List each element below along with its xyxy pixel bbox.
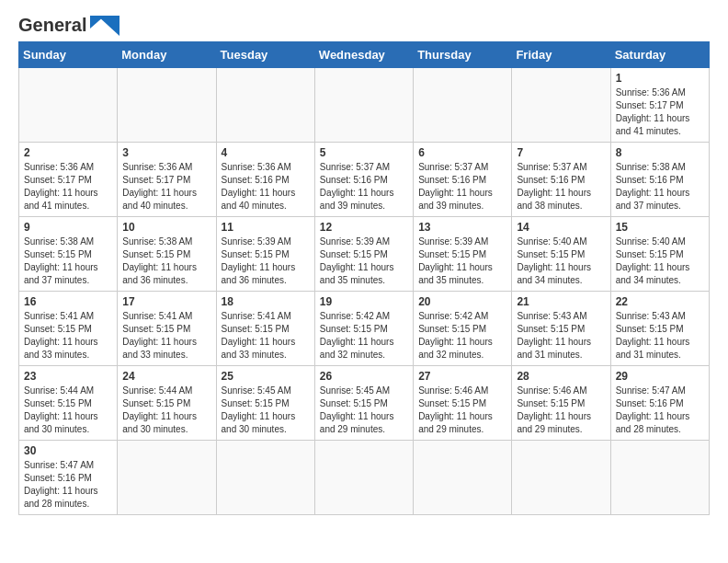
day-number: 7 <box>517 146 605 159</box>
calendar-cell: 28Sunrise: 5:46 AM Sunset: 5:15 PM Dayli… <box>512 366 610 441</box>
day-number: 16 <box>24 295 112 308</box>
day-info: Sunrise: 5:44 AM Sunset: 5:15 PM Dayligh… <box>24 385 112 436</box>
calendar-cell: 21Sunrise: 5:43 AM Sunset: 5:15 PM Dayli… <box>512 292 610 366</box>
calendar-cell: 20Sunrise: 5:42 AM Sunset: 5:15 PM Dayli… <box>414 292 512 366</box>
day-info: Sunrise: 5:39 AM Sunset: 5:15 PM Dayligh… <box>222 236 310 287</box>
calendar-cell: 23Sunrise: 5:44 AM Sunset: 5:15 PM Dayli… <box>19 366 118 441</box>
logo: General <box>18 15 119 32</box>
weekday-header-sunday: Sunday <box>19 42 118 68</box>
calendar-cell: 5Sunrise: 5:37 AM Sunset: 5:16 PM Daylig… <box>314 143 413 217</box>
day-number: 28 <box>517 370 605 383</box>
calendar-cell <box>512 68 610 143</box>
day-info: Sunrise: 5:46 AM Sunset: 5:15 PM Dayligh… <box>517 385 605 436</box>
day-info: Sunrise: 5:37 AM Sunset: 5:16 PM Dayligh… <box>517 161 605 213</box>
day-number: 26 <box>320 370 408 383</box>
calendar-cell: 22Sunrise: 5:43 AM Sunset: 5:15 PM Dayli… <box>610 292 709 366</box>
day-number: 25 <box>222 370 310 383</box>
weekday-header-row: SundayMondayTuesdayWednesdayThursdayFrid… <box>19 42 710 68</box>
calendar-cell: 18Sunrise: 5:41 AM Sunset: 5:15 PM Dayli… <box>216 292 314 366</box>
calendar-cell: 4Sunrise: 5:36 AM Sunset: 5:16 PM Daylig… <box>216 143 314 217</box>
calendar-cell <box>610 441 709 515</box>
weekday-header-wednesday: Wednesday <box>314 42 413 68</box>
day-number: 1 <box>616 72 704 85</box>
calendar-cell: 26Sunrise: 5:45 AM Sunset: 5:15 PM Dayli… <box>314 366 413 441</box>
day-info: Sunrise: 5:42 AM Sunset: 5:15 PM Dayligh… <box>320 310 408 362</box>
day-info: Sunrise: 5:47 AM Sunset: 5:16 PM Dayligh… <box>24 459 112 511</box>
day-info: Sunrise: 5:41 AM Sunset: 5:15 PM Dayligh… <box>222 310 310 362</box>
day-info: Sunrise: 5:37 AM Sunset: 5:16 PM Dayligh… <box>418 161 506 213</box>
calendar-cell: 14Sunrise: 5:40 AM Sunset: 5:15 PM Dayli… <box>512 217 610 292</box>
calendar-cell: 12Sunrise: 5:39 AM Sunset: 5:15 PM Dayli… <box>314 217 413 292</box>
calendar-cell <box>118 68 216 143</box>
weekday-header-tuesday: Tuesday <box>216 42 314 68</box>
page-header: General <box>18 15 710 32</box>
day-number: 29 <box>616 370 704 383</box>
day-info: Sunrise: 5:40 AM Sunset: 5:15 PM Dayligh… <box>517 236 605 287</box>
calendar-cell <box>414 68 512 143</box>
calendar-cell <box>314 441 413 515</box>
calendar-week-row: 23Sunrise: 5:44 AM Sunset: 5:15 PM Dayli… <box>19 366 710 441</box>
calendar-cell: 27Sunrise: 5:46 AM Sunset: 5:15 PM Dayli… <box>414 366 512 441</box>
day-number: 17 <box>122 295 210 308</box>
calendar-cell <box>118 441 216 515</box>
day-info: Sunrise: 5:38 AM Sunset: 5:15 PM Dayligh… <box>122 236 210 287</box>
logo-blue-icon <box>90 16 119 36</box>
calendar-cell: 11Sunrise: 5:39 AM Sunset: 5:15 PM Dayli… <box>216 217 314 292</box>
calendar-week-row: 1Sunrise: 5:36 AM Sunset: 5:17 PM Daylig… <box>19 68 710 143</box>
day-info: Sunrise: 5:38 AM Sunset: 5:15 PM Dayligh… <box>24 236 112 287</box>
day-number: 22 <box>616 295 704 308</box>
day-info: Sunrise: 5:36 AM Sunset: 5:17 PM Dayligh… <box>122 161 210 213</box>
calendar-cell: 15Sunrise: 5:40 AM Sunset: 5:15 PM Dayli… <box>610 217 709 292</box>
calendar-cell <box>216 441 314 515</box>
calendar-cell: 17Sunrise: 5:41 AM Sunset: 5:15 PM Dayli… <box>118 292 216 366</box>
day-number: 24 <box>122 370 210 383</box>
day-number: 19 <box>320 295 408 308</box>
logo-general-text: General <box>18 15 86 36</box>
day-number: 21 <box>517 295 605 308</box>
day-info: Sunrise: 5:37 AM Sunset: 5:16 PM Dayligh… <box>320 161 408 213</box>
weekday-header-friday: Friday <box>512 42 610 68</box>
day-number: 23 <box>24 370 112 383</box>
calendar-cell: 6Sunrise: 5:37 AM Sunset: 5:16 PM Daylig… <box>414 143 512 217</box>
weekday-header-monday: Monday <box>118 42 216 68</box>
calendar-cell <box>19 68 118 143</box>
day-number: 18 <box>222 295 310 308</box>
day-info: Sunrise: 5:41 AM Sunset: 5:15 PM Dayligh… <box>122 310 210 362</box>
day-number: 20 <box>418 295 506 308</box>
calendar-cell <box>314 68 413 143</box>
day-info: Sunrise: 5:45 AM Sunset: 5:15 PM Dayligh… <box>222 385 310 436</box>
calendar-table: SundayMondayTuesdayWednesdayThursdayFrid… <box>18 41 710 515</box>
calendar-cell: 1Sunrise: 5:36 AM Sunset: 5:17 PM Daylig… <box>610 68 709 143</box>
calendar-cell: 13Sunrise: 5:39 AM Sunset: 5:15 PM Dayli… <box>414 217 512 292</box>
day-info: Sunrise: 5:40 AM Sunset: 5:15 PM Dayligh… <box>616 236 704 287</box>
day-number: 4 <box>222 146 310 159</box>
calendar-cell: 2Sunrise: 5:36 AM Sunset: 5:17 PM Daylig… <box>19 143 118 217</box>
svg-marker-1 <box>90 16 105 29</box>
weekday-header-saturday: Saturday <box>610 42 709 68</box>
calendar-cell <box>512 441 610 515</box>
calendar-cell: 10Sunrise: 5:38 AM Sunset: 5:15 PM Dayli… <box>118 217 216 292</box>
calendar-cell: 7Sunrise: 5:37 AM Sunset: 5:16 PM Daylig… <box>512 143 610 217</box>
calendar-cell <box>414 441 512 515</box>
calendar-cell: 3Sunrise: 5:36 AM Sunset: 5:17 PM Daylig… <box>118 143 216 217</box>
day-number: 30 <box>24 444 112 457</box>
day-info: Sunrise: 5:46 AM Sunset: 5:15 PM Dayligh… <box>418 385 506 436</box>
day-info: Sunrise: 5:39 AM Sunset: 5:15 PM Dayligh… <box>320 236 408 287</box>
calendar-cell: 9Sunrise: 5:38 AM Sunset: 5:15 PM Daylig… <box>19 217 118 292</box>
day-info: Sunrise: 5:43 AM Sunset: 5:15 PM Dayligh… <box>616 310 704 362</box>
day-info: Sunrise: 5:38 AM Sunset: 5:16 PM Dayligh… <box>616 161 704 213</box>
calendar-cell <box>216 68 314 143</box>
day-number: 13 <box>418 221 506 234</box>
calendar-cell: 30Sunrise: 5:47 AM Sunset: 5:16 PM Dayli… <box>19 441 118 515</box>
weekday-header-thursday: Thursday <box>414 42 512 68</box>
day-number: 2 <box>24 146 112 159</box>
day-number: 27 <box>418 370 506 383</box>
calendar-cell: 19Sunrise: 5:42 AM Sunset: 5:15 PM Dayli… <box>314 292 413 366</box>
day-number: 3 <box>122 146 210 159</box>
day-info: Sunrise: 5:47 AM Sunset: 5:16 PM Dayligh… <box>616 385 704 436</box>
day-number: 15 <box>616 221 704 234</box>
day-number: 8 <box>616 146 704 159</box>
day-number: 11 <box>222 221 310 234</box>
day-info: Sunrise: 5:36 AM Sunset: 5:16 PM Dayligh… <box>222 161 310 213</box>
calendar-cell: 16Sunrise: 5:41 AM Sunset: 5:15 PM Dayli… <box>19 292 118 366</box>
